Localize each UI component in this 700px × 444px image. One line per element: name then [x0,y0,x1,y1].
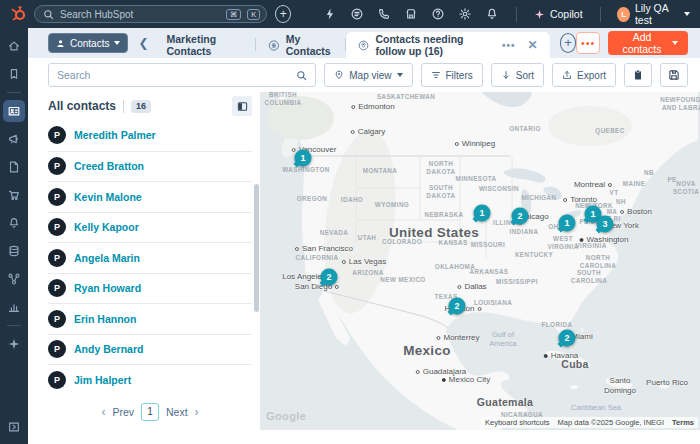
contact-row: P Ryan Howard [48,273,252,304]
map-cluster-marker[interactable]: 1 [474,205,491,222]
map-cluster-marker[interactable]: 1 [559,215,576,232]
filters-label: Filters [446,70,473,81]
map-cluster-marker[interactable]: 2 [512,208,529,225]
divider [7,325,21,326]
hubspot-logo[interactable] [10,6,26,22]
divider [516,7,517,22]
contact-name-link[interactable]: Kevin Malone [74,191,142,203]
contact-row: P Kevin Malone [48,181,252,212]
sort-label: Sort [516,70,534,81]
contact-row: P Erin Hannon [48,303,252,334]
contact-name-link[interactable]: Meredith Palmer [74,129,156,141]
sort-button[interactable]: Sort [491,63,544,87]
contact-avatar: P [48,188,66,206]
panel-scrollbar[interactable] [254,184,259,312]
contact-avatar: P [48,218,66,236]
map-cluster-marker[interactable]: 1 [295,150,312,167]
notifications-icon[interactable] [485,7,499,21]
tab-label: Marketing Contacts [167,33,245,57]
contact-row: P Angela Marin [48,242,252,273]
map-cluster-marker[interactable]: 2 [321,269,338,286]
sidebar-item-bookmarks[interactable] [3,63,25,85]
contact-avatar: P [48,126,66,144]
settings-icon[interactable] [458,7,472,21]
sort-icon [501,70,511,80]
calling-icon[interactable] [377,7,391,21]
contact-name-link[interactable]: Kelly Kapoor [74,221,139,233]
sidebar-item-commerce[interactable] [3,184,25,206]
copilot-button[interactable]: Copilot [534,8,583,20]
content-card: Search Map view Filters [28,58,700,444]
sidebar-item-copilot[interactable] [3,333,25,355]
user-name: Lily QA test [635,2,679,26]
sidebar-item-workflows[interactable] [3,268,25,290]
contact-name-link[interactable]: Andy Bernard [74,343,143,355]
next-button[interactable]: Next [166,406,188,418]
sidebar-item-data[interactable] [3,240,25,262]
main-area: Contacts ❮ Marketing ContactsMy Contacts… [28,28,700,444]
contacts-count-badge: 16 [131,100,151,113]
sidebar-item-content[interactable] [3,156,25,178]
sidebar-item-reporting[interactable] [3,296,25,318]
contacts-side-panel: All contacts 16 P Meredith PalmerP Creed… [48,92,260,430]
tab-more-icon[interactable]: ••• [502,40,516,51]
next-chevron-icon[interactable]: › [195,405,199,419]
workspace-icon[interactable] [350,7,364,21]
contact-row: P Meredith Palmer [48,120,252,151]
help-icon[interactable] [431,7,445,21]
sidebar-item-automations[interactable] [3,212,25,234]
contacts-collection-dropdown[interactable]: Contacts [48,33,128,53]
contact-avatar: P [48,340,66,358]
sidebar-item-marketing[interactable] [3,128,25,150]
quick-actions-icon[interactable] [323,7,337,21]
view-tab-1[interactable]: Marketing Contacts [155,32,257,58]
add-contacts-button[interactable]: Add contacts [608,31,688,55]
map-cluster-marker[interactable]: 3 [597,216,614,233]
map-attribution: Keyboard shortcuts Map data ©2025 Google… [481,417,698,428]
contact-name-link[interactable]: Creed Bratton [74,160,144,172]
terms-link[interactable]: Terms [668,417,698,428]
marketplace-icon[interactable] [404,7,418,21]
search-placeholder: Search [57,69,296,81]
prev-button[interactable]: Prev [112,406,134,418]
sparkle-icon [534,9,545,20]
collapse-panel-button[interactable] [232,96,252,116]
contact-name-link[interactable]: Angela Marin [74,252,140,264]
user-avatar: L [617,7,629,22]
add-contacts-label: Add contacts [618,31,666,55]
sidebar-item-home[interactable] [3,35,25,57]
map-cluster-marker[interactable]: 2 [559,330,576,347]
page-number[interactable]: 1 [141,403,159,421]
export-label: Export [577,70,606,81]
scroll-tabs-left-button[interactable]: ❮ [138,36,148,50]
sidebar-item-crm[interactable] [3,100,25,122]
keyboard-shortcuts-link[interactable]: Keyboard shortcuts [481,417,554,428]
contact-avatar: P [48,157,66,175]
more-options-button[interactable]: ••• [576,32,599,54]
contact-name-link[interactable]: Erin Hannon [74,313,136,325]
contact-name-link[interactable]: Ryan Howard [74,282,141,294]
divider [123,100,124,113]
prev-chevron-icon[interactable]: ‹ [101,405,105,419]
export-button[interactable]: Export [552,63,616,87]
map-cluster-marker[interactable]: 2 [449,298,466,315]
create-button[interactable]: + [275,5,291,23]
sidebar-expand-button[interactable] [3,416,25,438]
global-search-input[interactable]: Search HubSpot ⌘ K [34,5,267,23]
view-tab-bar: Contacts ❮ Marketing ContactsMy Contacts… [28,28,700,58]
view-tab-3[interactable]: Contacts needing follow up (16)•••✕ [346,32,549,58]
contact-row: P Kelly Kapoor [48,212,252,243]
clipboard-button[interactable] [624,63,652,87]
divider [600,7,601,22]
panel-title: All contacts [48,99,116,113]
map-view-dropdown[interactable]: Map view [324,63,412,87]
add-view-tab-button[interactable]: + [560,33,577,53]
save-view-button[interactable] [660,63,688,87]
tab-close-icon[interactable]: ✕ [528,38,538,52]
user-menu[interactable]: L Lily QA test [617,2,690,26]
view-tab-2[interactable]: My Contacts [256,32,346,58]
contact-name-link[interactable]: Jim Halpert [74,374,131,386]
map-canvas[interactable]: BRITISH COLUMBIASASKATCHEWANONTARIOQUEBE… [260,92,700,430]
contacts-search-input[interactable]: Search [48,63,316,87]
filters-button[interactable]: Filters [421,63,483,87]
